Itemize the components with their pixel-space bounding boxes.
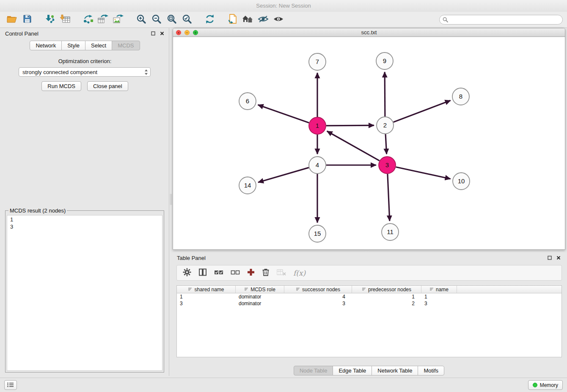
zoom-fit-button[interactable] (164, 14, 179, 26)
svg-text:14: 14 (244, 182, 251, 189)
float-panel-icon[interactable] (547, 255, 552, 260)
tab-select[interactable]: Select (85, 41, 112, 50)
titlebar[interactable]: Session: New Session (0, 0, 567, 12)
show-columns-button[interactable] (198, 268, 207, 278)
horizontal-splitter[interactable] (365, 249, 369, 251)
network-graph[interactable]: 7968124314101511 (173, 37, 565, 249)
window-minimize-icon[interactable]: − (184, 30, 190, 35)
column-sort-icon (244, 287, 248, 293)
window-zoom-icon[interactable]: + (193, 30, 198, 35)
clear-selection-button[interactable] (231, 269, 240, 277)
graph-edge-2-3[interactable] (385, 134, 387, 154)
table-cell[interactable]: 2 (352, 300, 421, 307)
column-header-successor-nodes[interactable]: successor nodes (284, 286, 352, 293)
network-canvas[interactable]: 7968124314101511 (173, 37, 565, 249)
vertical-splitter[interactable] (170, 28, 172, 376)
graph-edge-3-10[interactable] (396, 167, 451, 179)
table-cell[interactable]: 1 (421, 293, 457, 300)
graph-node-3[interactable]: 3 (379, 157, 396, 174)
table-tab-motifs[interactable]: Motifs (418, 366, 444, 375)
graph-edge-3-1[interactable] (327, 131, 380, 161)
table-cell[interactable]: 3 (177, 300, 236, 307)
table-cell[interactable]: 3 (421, 300, 457, 307)
search-icon (443, 17, 448, 24)
graph-node-9[interactable]: 9 (376, 52, 393, 69)
graph-node-6[interactable]: 6 (239, 93, 256, 110)
tab-network[interactable]: Network (30, 41, 62, 50)
close-panel-button[interactable]: Close panel (87, 81, 128, 91)
graph-node-15[interactable]: 15 (309, 225, 326, 242)
graph-node-8[interactable]: 8 (452, 88, 469, 105)
memory-button[interactable]: Memory (528, 380, 563, 390)
graph-node-4[interactable]: 4 (309, 157, 326, 174)
svg-text:10: 10 (458, 177, 465, 185)
column-header-MCDS-role[interactable]: MCDS role (236, 286, 284, 293)
graph-edge-2-8[interactable] (394, 100, 451, 122)
float-panel-icon[interactable] (151, 31, 156, 36)
node-table[interactable]: shared nameMCDS rolesuccessor nodesprede… (176, 285, 562, 357)
column-header-filler (457, 286, 561, 293)
search-input[interactable] (439, 15, 563, 25)
zoom-out-button[interactable] (149, 14, 164, 26)
delete-column-button[interactable] (262, 268, 270, 278)
optimization-criterion-select[interactable]: strongly connected component (19, 67, 151, 77)
import-table-button[interactable] (58, 14, 73, 26)
graph-edge-2-9[interactable] (385, 72, 385, 116)
new-network-from-selection-button[interactable] (80, 14, 96, 26)
window-close-icon[interactable]: × (176, 30, 181, 35)
graph-node-2[interactable]: 2 (377, 117, 394, 134)
table-panel-header: Table Panel (173, 252, 565, 263)
tab-style[interactable]: Style (61, 41, 85, 50)
table-cell[interactable]: 4 (284, 293, 352, 300)
birdseye-view-button[interactable] (271, 14, 286, 26)
table-tab-node-table[interactable]: Node Table (294, 366, 333, 375)
network-window-titlebar[interactable]: × − + scc.txt (173, 28, 565, 37)
table-tab-edge-table[interactable]: Edge Table (333, 366, 372, 375)
graph-node-14[interactable]: 14 (239, 177, 256, 194)
task-history-button[interactable] (4, 380, 17, 390)
column-header-shared-name[interactable]: shared name (177, 286, 236, 293)
zoom-selected-icon (182, 14, 192, 26)
graph-node-1[interactable]: 1 (309, 117, 326, 134)
tab-mcds[interactable]: MCDS (112, 41, 140, 50)
export-table-button[interactable] (96, 14, 111, 26)
dropdown-stepper-icon (144, 69, 148, 75)
graph-node-7[interactable]: 7 (309, 53, 326, 70)
graph-edge-1-2[interactable] (326, 125, 374, 126)
column-header-name[interactable]: name (421, 286, 457, 293)
table-cell[interactable]: 1 (177, 293, 236, 300)
table-cell[interactable]: dominator (236, 300, 284, 307)
table-cell[interactable]: 3 (284, 300, 352, 307)
graph-edge-4-14[interactable] (258, 168, 309, 182)
table-row[interactable]: 1dominator411 (177, 293, 561, 300)
save-session-button[interactable] (19, 14, 35, 26)
mcds-result-list[interactable]: 1 3 (7, 215, 162, 371)
import-network-button[interactable] (42, 14, 58, 26)
table-settings-button[interactable] (183, 268, 191, 278)
clone-network-button[interactable] (225, 14, 240, 26)
refresh-layout-button[interactable] (202, 14, 217, 26)
open-session-button[interactable] (4, 14, 19, 26)
create-column-button[interactable] (247, 268, 255, 278)
graph-node-10[interactable]: 10 (453, 173, 470, 190)
select-all-button[interactable] (214, 269, 223, 277)
toggle-graphics-details-button[interactable] (256, 14, 271, 26)
function-builder-button[interactable]: f(x) (293, 269, 306, 277)
run-mcds-button[interactable]: Run MCDS (41, 81, 81, 91)
optimization-label: Optimization criterion: (1, 58, 169, 64)
table-cell[interactable]: dominator (236, 293, 284, 300)
table-cell[interactable]: 1 (352, 293, 421, 300)
column-sort-icon (296, 287, 300, 293)
close-panel-icon[interactable] (160, 31, 165, 36)
graph-edge-1-6[interactable] (258, 105, 309, 123)
zoom-selected-button[interactable] (179, 14, 195, 26)
first-neighbors-button[interactable] (240, 14, 256, 26)
zoom-in-button[interactable] (134, 14, 149, 26)
export-image-button[interactable] (111, 14, 126, 26)
graph-node-11[interactable]: 11 (382, 224, 399, 240)
table-row[interactable]: 3dominator323 (177, 300, 561, 307)
close-panel-icon[interactable] (556, 255, 561, 260)
graph-edge-3-11[interactable] (388, 174, 390, 221)
column-header-predecessor-nodes[interactable]: predecessor nodes (352, 286, 421, 293)
table-tab-network-table[interactable]: Network Table (372, 366, 418, 375)
